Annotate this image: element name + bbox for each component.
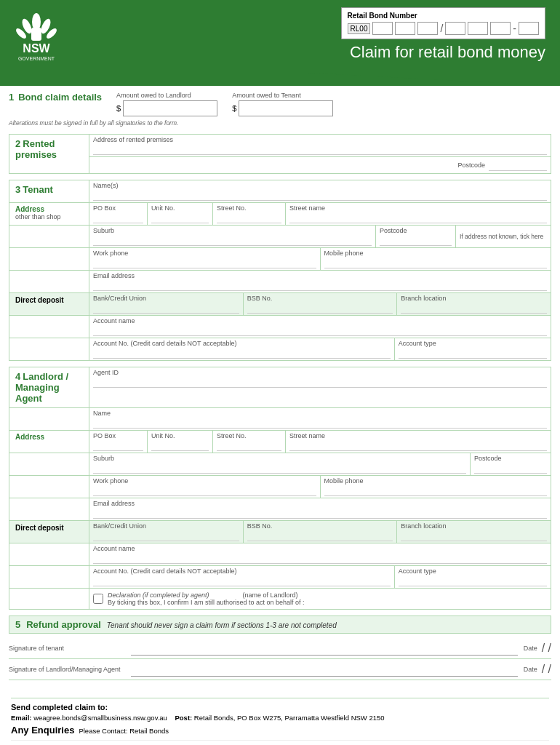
s3-acct-type-input[interactable] [399, 347, 547, 359]
s4-branch-input[interactable] [401, 530, 547, 541]
s4-street-no-input[interactable] [217, 439, 281, 451]
nsw-logo: NSW GOVERNMENT [11, 6, 62, 65]
s4-email-label: Email address [93, 500, 547, 507]
s3-bsb-input[interactable] [247, 302, 393, 314]
s4-acct-no-label: Account No. (Credit card details NOT acc… [93, 567, 391, 575]
street-name-label: Street name [289, 204, 547, 212]
bond-field-1[interactable] [372, 22, 393, 35]
s4-mobile-input[interactable] [324, 485, 548, 496]
po-box-input[interactable] [93, 212, 143, 223]
bond-field-5[interactable] [468, 22, 488, 35]
s3-work-phone-input[interactable] [93, 257, 316, 268]
s3-branch-input[interactable] [401, 302, 547, 314]
bond-field-4[interactable] [445, 22, 465, 35]
s1-title: Bond claim details [18, 92, 102, 103]
bond-field-3[interactable] [417, 22, 438, 35]
s4-name-input[interactable] [93, 417, 547, 429]
bond-field-2[interactable] [395, 22, 415, 35]
s4-branch-label: Branch location [401, 522, 547, 530]
s4-po-box-label: PO Box [93, 432, 143, 439]
post-label: Post: [175, 714, 192, 722]
amount-landlord-input[interactable] [123, 100, 217, 116]
s3-dd-label: Direct deposit [15, 296, 64, 304]
unit-no-input[interactable] [151, 212, 209, 223]
enquiries-label: Any Enquiries [11, 725, 74, 736]
bond-field-7[interactable] [519, 22, 539, 35]
currency-tenant: $ [232, 104, 236, 113]
s3-postcode-input[interactable] [380, 234, 452, 246]
s3-number: 3 [15, 184, 20, 195]
date-slash-1: / / [542, 642, 551, 655]
s3-bank-input[interactable] [93, 302, 239, 314]
s4-agent-id-input[interactable] [93, 376, 547, 388]
s3-bank-label: Bank/Credit Union [93, 295, 239, 302]
s3-bsb-label: BSB No. [247, 295, 393, 302]
s4-acct-no-input[interactable] [93, 575, 391, 586]
amount-tenant-label: Amount owed to Tenant [232, 92, 333, 99]
s3-suburb-label: Suburb [93, 227, 372, 234]
bond-number-label: Retail Bond Number [348, 12, 539, 20]
s4-email-input[interactable] [93, 507, 547, 519]
svg-rect-5 [31, 28, 41, 41]
s5-warning: Tenant should never sign a claim form if… [107, 621, 337, 629]
s4-po-box-input[interactable] [93, 439, 143, 451]
section-2: 2 Rented premises Address of rented prem… [9, 134, 551, 174]
bond-number-fields: RL00 / - [348, 22, 539, 35]
s4-bank-label: Bank/Credit Union [93, 522, 239, 530]
bond-prefix: RL00 [348, 23, 371, 34]
header-title: Claim for retail bond money [350, 43, 545, 62]
s3-names-input[interactable] [93, 189, 547, 201]
s4-bsb-label: BSB No. [247, 522, 393, 530]
s4-declaration-label: Declaration (if completed by agent) [108, 591, 209, 599]
street-name-input[interactable] [289, 212, 547, 223]
svg-text:GOVERNMENT: GOVERNMENT [18, 56, 55, 61]
s4-suburb-label: Suburb [93, 455, 466, 462]
s3-mobile-input[interactable] [324, 257, 548, 268]
header: NSW GOVERNMENT Retail Bond Number RL00 /… [0, 0, 560, 86]
s3-acct-no-input[interactable] [93, 347, 391, 359]
s3-email-input[interactable] [93, 279, 547, 291]
s2-address-label: Address of rented premises [93, 136, 547, 143]
address-not-known-label: If address not known, tick here [460, 233, 543, 240]
street-no-label: Street No. [217, 204, 281, 212]
bond-field-6[interactable] [490, 22, 511, 35]
email-label: Email: [11, 714, 32, 722]
s4-acct-name-input[interactable] [93, 552, 547, 564]
s3-email-label: Email address [93, 272, 547, 279]
s4-unit-no-input[interactable] [151, 439, 209, 451]
s3-acct-name-input[interactable] [93, 324, 547, 336]
po-box-label: PO Box [93, 204, 143, 212]
amount-tenant-input[interactable] [239, 100, 333, 116]
s3-suburb-input[interactable] [93, 234, 372, 246]
svg-text:NSW: NSW [23, 42, 50, 55]
s2-postcode-input[interactable] [489, 159, 547, 171]
s4-acct-type-input[interactable] [399, 575, 547, 586]
section-1: 1 Bond claim details Amount owed to Land… [9, 92, 551, 127]
s4-dd-label: Direct deposit [15, 524, 64, 532]
s4-title: Landlord / Managing Agent [15, 371, 68, 404]
s2-address-input[interactable] [93, 143, 547, 155]
email-value: weagree.bonds@smallbusiness.nsw.gov.au [33, 714, 167, 722]
s3-acct-no-label: Account No. (Credit card details NOT acc… [93, 340, 391, 347]
s4-bank-input[interactable] [93, 530, 239, 541]
s4-street-name-input[interactable] [289, 439, 547, 451]
s4-postcode-input[interactable] [474, 462, 547, 474]
s4-work-phone-input[interactable] [93, 485, 316, 496]
s4-suburb-input[interactable] [93, 462, 466, 474]
s4-declaration-checkbox[interactable] [93, 594, 103, 604]
amount-landlord-label: Amount owed to Landlord [116, 92, 217, 99]
s3-address-sub: other than shop [15, 213, 83, 220]
s2-number: 2 [15, 138, 20, 149]
s3-acct-type-label: Account type [399, 340, 547, 347]
s3-work-phone-label: Work phone [93, 250, 316, 257]
s4-agent-id-label: Agent ID [93, 369, 547, 376]
s3-address-label: Address [15, 205, 83, 213]
s4-bsb-input[interactable] [247, 530, 393, 541]
s5-date-label-1: Date [524, 645, 537, 652]
s3-acct-name-label: Account name [93, 317, 547, 324]
s5-sig-tenant-label: Signature of tenant [9, 645, 125, 652]
street-no-input[interactable] [217, 212, 281, 223]
s1-number: 1 [9, 92, 14, 103]
date-slash-2: / / [542, 663, 551, 676]
s4-unit-no-label: Unit No. [151, 432, 209, 439]
